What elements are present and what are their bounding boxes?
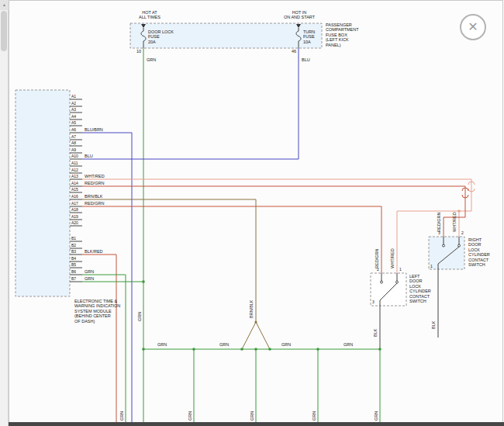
wire-label-blk-right-switch: BLK xyxy=(431,321,436,329)
wire-label-grn-drop: GRN xyxy=(250,411,254,421)
module-pin-label: A7 xyxy=(71,134,82,139)
wire-blu-a10 xyxy=(82,48,299,159)
hot-in-on-and-start-label: HOT IN ON AND START xyxy=(278,10,321,20)
right-switch-contact xyxy=(458,244,461,247)
left-switch-contact xyxy=(381,281,383,283)
right-switch-pin-number: 2 xyxy=(461,230,464,235)
module-pin-label: B3 xyxy=(71,249,82,254)
wire-label-a13: WHT/RED xyxy=(85,174,105,178)
module-label: ELECTRONIC TIME & WARNING INDICATION SYS… xyxy=(74,299,120,324)
wire-label-grn-drop: GRN xyxy=(374,411,378,421)
wire-label-red-grn-left-switch: RED/GRN xyxy=(375,249,379,268)
wire-label-a10: BLU xyxy=(85,154,93,158)
wire-label-grn-b6-bottom: GRN xyxy=(119,411,124,421)
module-pin-label: A15 xyxy=(71,187,82,192)
module-pin-label: A1 xyxy=(71,94,82,99)
module-pin-label: A18 xyxy=(71,207,82,212)
close-icon: ✕ xyxy=(468,20,478,33)
left-switch-pin-number: 3 xyxy=(372,300,375,304)
wire-label-a16: BRN/BLK xyxy=(85,194,103,199)
wiring-diagram-viewer: HOT AT ALL TIMES HOT IN ON AND START DOO… xyxy=(0,0,504,426)
wire-grn-bus-drops xyxy=(194,349,380,426)
module-pin-label: B5 xyxy=(71,262,82,267)
vertical-scrollbar[interactable]: ▲ xyxy=(0,0,9,426)
wires xyxy=(82,48,471,426)
module-pin-label: B2 xyxy=(71,243,82,248)
wire-label-grn-drop: GRN xyxy=(188,411,192,421)
bus-grn-label: GRN xyxy=(281,342,291,347)
module-pin-label: A13 xyxy=(71,174,82,178)
wire-label-a14: RED/GRN xyxy=(85,181,104,185)
door-lock-fuse-label: DOOR LOCK FUSE 20A xyxy=(148,29,174,44)
close-button[interactable]: ✕ xyxy=(460,14,486,40)
wire-label-a17: RED/GRN xyxy=(85,201,104,206)
module-pin-label: A6 xyxy=(71,127,82,132)
left-door-switch-outline xyxy=(371,273,406,306)
module-pin-label: A19 xyxy=(71,214,82,219)
wire-label-b7: GRN xyxy=(85,276,94,281)
wire-red-grn-a17 xyxy=(82,206,381,273)
module-pin-label: A2 xyxy=(71,101,82,106)
inline-connector-icons xyxy=(462,182,475,198)
wire-label-a6: BLU/BRN xyxy=(85,127,103,132)
wire-label-blu-top: BLU xyxy=(302,57,310,62)
wire-grn-b6 xyxy=(82,275,126,426)
module-pin-label: A4 xyxy=(71,114,82,119)
wire-label-brn-blk-vertical: BRN/BLK xyxy=(249,300,254,318)
wire-label-blk-left-switch: BLK xyxy=(373,329,378,337)
scroll-up-icon: ▲ xyxy=(2,2,6,7)
wire-label-wht-red-right-switch: WHT/RED xyxy=(452,212,457,232)
fuse1-pin-number: 10 xyxy=(132,49,141,54)
module-pin-label: A3 xyxy=(71,107,82,112)
module-pin-label: B1 xyxy=(71,236,82,241)
right-switch-pin-number: 1 xyxy=(430,264,433,268)
left-switch-contact xyxy=(396,281,399,283)
module-pin-label: A14 xyxy=(71,181,82,185)
module-pin-label: B6 xyxy=(71,269,82,274)
left-switch-pin-number: 1 xyxy=(399,267,402,272)
module-pin-label: A17 xyxy=(71,201,82,206)
fuse2-pin-number: 46 xyxy=(287,49,296,54)
left-door-switch-label: LEFT DOOR LOCK CYLINDER CONTACT SWITCH xyxy=(409,274,431,303)
module-pin-label: A9 xyxy=(71,147,82,152)
left-switch-pin-number: 2 xyxy=(377,267,379,272)
module-pin-label: A11 xyxy=(71,161,82,165)
module-pin-label: B4 xyxy=(71,256,82,261)
scrollbar-thumb[interactable] xyxy=(1,11,7,51)
wire-label-wht-red-left-switch: WHT/RED xyxy=(390,248,395,268)
bus-grn-label: GRN xyxy=(157,342,167,347)
right-door-switch-label: RIGHT DOOR LOCK CYLINDER CONTACT SWITCH xyxy=(468,237,490,267)
module-pin-label: A5 xyxy=(71,120,82,125)
module-pin-label: A20 xyxy=(71,220,82,225)
bus-grn-label: GRN xyxy=(219,342,229,347)
module-pin-label: A10 xyxy=(71,154,82,158)
wire-wht-red-a13 xyxy=(82,179,471,273)
module-pin-label: A12 xyxy=(71,168,82,172)
wire-label-b3: BLK/RED xyxy=(85,249,103,254)
wire-label-grn-main-vertical: GRN xyxy=(137,312,142,321)
wire-label-grn-top: GRN xyxy=(147,57,156,62)
fuse-box-label: PASSENGER COMPARTMENT FUSE BOX (LEFT KIC… xyxy=(326,23,359,47)
scroll-up-button[interactable]: ▲ xyxy=(0,0,9,10)
hot-at-all-times-label: HOT AT ALL TIMES xyxy=(130,10,169,20)
right-switch-pin-number: 3 xyxy=(438,230,440,235)
module-pin-label: A8 xyxy=(71,140,82,145)
wire-label-red-grn-right-switch: RED/GRN xyxy=(437,213,441,232)
wire-label-grn-drop: GRN xyxy=(312,411,316,421)
right-switch-contact xyxy=(443,244,445,247)
bus-grn-label: GRN xyxy=(343,342,353,347)
wire-label-b6: GRN xyxy=(85,269,94,274)
diagram-canvas xyxy=(0,0,504,426)
module-outline xyxy=(16,90,70,296)
module-pin-label: A16 xyxy=(71,194,82,199)
module-pin-label: B7 xyxy=(71,276,82,281)
bottom-edge-bar xyxy=(9,422,504,426)
turn-fuse-label: TURN FUSE 10A xyxy=(303,29,315,44)
